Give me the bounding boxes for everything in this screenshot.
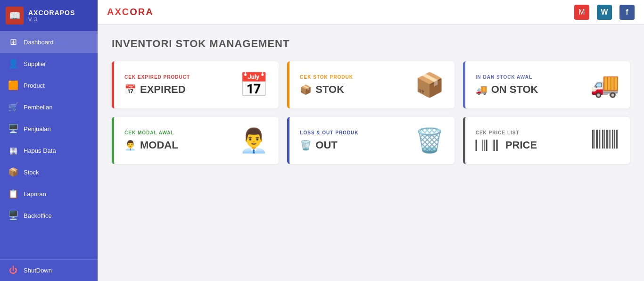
svg-rect-3 — [599, 130, 600, 149]
svg-rect-0 — [592, 130, 594, 149]
on-stok-icon: 🚚 — [590, 73, 619, 97]
sidebar-item-shutdown[interactable]: ⏻ ShutDown — [0, 259, 98, 281]
svg-rect-11 — [614, 130, 615, 149]
sidebar-item-laporan[interactable]: 📋 Laporan — [0, 183, 98, 205]
backoffice-icon: 🖥️ — [8, 210, 19, 221]
card-on-stok-title: 🚚 ON STOK — [476, 83, 538, 96]
sidebar-item-pembelian[interactable]: 🛒 Pembelian — [0, 96, 98, 118]
stock-icon: 📦 — [8, 167, 19, 177]
card-expired[interactable]: CEK EXPIRED PRODUCT 📅 EXPIRED 📅 — [112, 61, 279, 108]
sidebar-label-hapus-data: Hapus Data — [24, 147, 56, 154]
sidebar-label-stock: Stock — [24, 169, 39, 176]
axcora-logo: AXCORA — [107, 7, 154, 17]
price-title-icon: ▎║▎║▎ — [476, 140, 502, 151]
shutdown-icon: ⏻ — [8, 265, 19, 275]
sidebar-label-laporan: Laporan — [24, 190, 46, 198]
card-out-title: 🗑️ OUT — [300, 139, 358, 151]
laporan-icon: 📋 — [8, 189, 19, 199]
modal-icon: 👨‍💼 — [239, 129, 268, 152]
expired-title-icon: 📅 — [124, 84, 136, 95]
sidebar-item-dashboard[interactable]: ⊞ Dashboard — [0, 31, 98, 53]
sidebar-label-shutdown: ShutDown — [24, 267, 52, 274]
card-modal-title: 👨‍💼 MODAL — [124, 139, 178, 151]
sidebar-label-supplier: Supplier — [24, 60, 46, 67]
card-price-subtitle: CEK PRICE LIST — [476, 130, 537, 135]
content-area: INVENTORI STOK MANAGEMENT CEK EXPIRED PR… — [98, 25, 644, 281]
svg-rect-10 — [612, 130, 613, 149]
sidebar-label-product: Product — [24, 82, 45, 89]
card-price[interactable]: CEK PRICE LIST ▎║▎║▎ PRICE — [463, 117, 630, 164]
penjualan-icon: 🖥️ — [8, 124, 19, 134]
card-stok[interactable]: CEK STOK PRODUK 📦 STOK 📦 — [287, 61, 454, 108]
cards-grid: CEK EXPIRED PRODUCT 📅 EXPIRED 📅 CEK STOK… — [112, 61, 630, 164]
wordpress-icon[interactable]: W — [597, 5, 612, 20]
svg-rect-7 — [606, 130, 608, 149]
svg-rect-5 — [602, 130, 603, 149]
sidebar-item-penjualan[interactable]: 🖥️ Penjualan — [0, 118, 98, 140]
gmail-icon[interactable]: M — [574, 5, 589, 20]
card-stok-subtitle: CEK STOK PRODUK — [300, 74, 353, 80]
out-title-icon: 🗑️ — [300, 140, 312, 151]
svg-rect-1 — [594, 130, 595, 149]
sidebar-label-penjualan: Penjualan — [24, 125, 51, 132]
topbar-icons: M W f — [574, 5, 635, 20]
main-content: AXCORA M W f INVENTORI STOK MANAGEMENT C… — [98, 0, 644, 281]
topbar: AXCORA M W f — [98, 0, 644, 25]
card-expired-subtitle: CEK EXPIRED PRODUCT — [124, 74, 190, 80]
svg-rect-9 — [611, 130, 611, 149]
sidebar-label-dashboard: Dashboard — [24, 39, 54, 46]
card-on-stok-subtitle: IN DAN STOCK AWAL — [476, 74, 538, 80]
svg-rect-4 — [601, 130, 601, 149]
app-version: V. 3 — [28, 17, 75, 22]
card-price-title: ▎║▎║▎ PRICE — [476, 139, 537, 151]
svg-rect-8 — [609, 130, 610, 149]
modal-title-icon: 👨‍💼 — [124, 140, 136, 151]
card-modal[interactable]: CEK MODAL AWAL 👨‍💼 MODAL 👨‍💼 — [112, 117, 279, 164]
svg-rect-2 — [596, 130, 598, 149]
sidebar-header: 📖 AXCORAPOS V. 3 — [0, 0, 98, 31]
product-icon: 🟧 — [8, 80, 19, 91]
stok-icon: 📦 — [415, 73, 444, 97]
sidebar-item-stock[interactable]: 📦 Stock — [0, 161, 98, 183]
svg-rect-6 — [604, 130, 605, 149]
expired-icon: 📅 — [239, 73, 268, 97]
supplier-icon: 👤 — [8, 58, 19, 69]
sidebar-item-hapus-data[interactable]: ▦ Hapus Data — [0, 140, 98, 161]
out-icon: 🗑️ — [415, 129, 444, 152]
card-out[interactable]: LOSS & OUT PRODUK 🗑️ OUT 🗑️ — [287, 117, 454, 164]
card-out-subtitle: LOSS & OUT PRODUK — [300, 130, 358, 135]
card-on-stok[interactable]: IN DAN STOCK AWAL 🚚 ON STOK 🚚 — [463, 61, 630, 108]
sidebar-label-backoffice: Backoffice — [24, 212, 52, 219]
card-modal-subtitle: CEK MODAL AWAL — [124, 130, 178, 135]
app-logo-icon: 📖 — [6, 7, 24, 25]
facebook-icon[interactable]: f — [619, 5, 635, 20]
on-stok-title-icon: 🚚 — [476, 84, 487, 95]
sidebar: 📖 AXCORAPOS V. 3 ⊞ Dashboard 👤 Supplier … — [0, 0, 98, 281]
sidebar-item-supplier[interactable]: 👤 Supplier — [0, 53, 98, 74]
card-expired-title: 📅 EXPIRED — [124, 83, 190, 96]
sidebar-item-product[interactable]: 🟧 Product — [0, 74, 98, 96]
page-title: INVENTORI STOK MANAGEMENT — [112, 38, 630, 50]
sidebar-item-backoffice[interactable]: 🖥️ Backoffice — [0, 205, 98, 226]
price-icon — [591, 127, 619, 154]
hapus-data-icon: ▦ — [8, 145, 19, 156]
stok-title-icon: 📦 — [300, 84, 312, 95]
app-name: AXCORAPOS — [28, 9, 75, 17]
pembelian-icon: 🛒 — [8, 102, 19, 112]
sidebar-label-pembelian: Pembelian — [24, 104, 52, 111]
dashboard-icon: ⊞ — [8, 37, 19, 47]
card-stok-title: 📦 STOK — [300, 83, 353, 96]
svg-rect-12 — [616, 130, 618, 149]
